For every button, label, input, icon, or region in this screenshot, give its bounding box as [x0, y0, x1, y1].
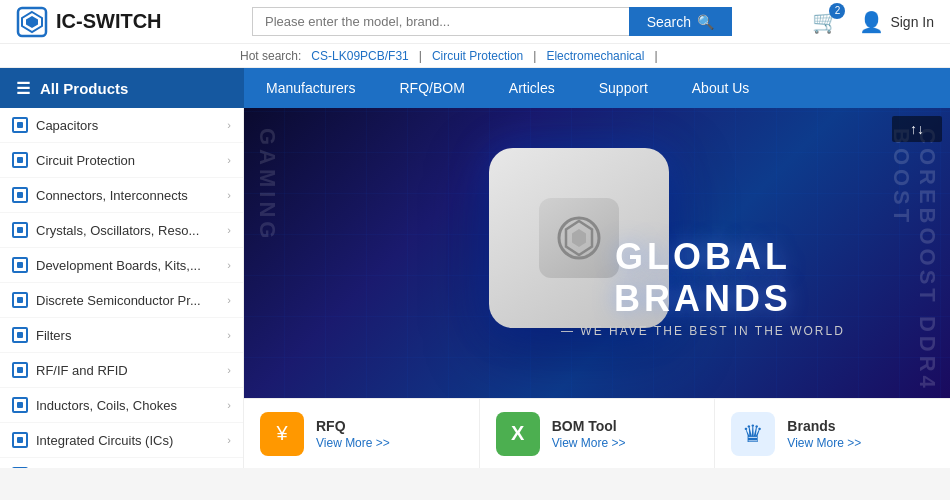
- hero-right-text: COREBOOST DDR4 BOOST: [888, 128, 940, 398]
- hamburger-icon: ☰: [16, 79, 30, 98]
- bom-info: BOM Tool View More >>: [552, 418, 626, 450]
- sidebar-item-rf-rfid[interactable]: RF/IF and RFID ›: [0, 353, 243, 388]
- yen-icon: ¥: [276, 422, 287, 445]
- hero-left-text: GAMING: [254, 128, 280, 242]
- nav-articles[interactable]: Articles: [487, 68, 577, 108]
- nav-arrow[interactable]: ↑↓: [892, 116, 942, 142]
- rfq-icon: ¥: [260, 412, 304, 456]
- hero-banner: GAMING COREBOOST DDR4 BOOST: [244, 108, 950, 398]
- sidebar-item-discrete-semi[interactable]: Discrete Semiconductor Pr... ›: [0, 283, 243, 318]
- hot-search-item-1[interactable]: CS-LK09PCB/F31: [311, 49, 408, 63]
- search-area: Search 🔍: [252, 7, 732, 36]
- svg-marker-2: [26, 16, 38, 28]
- hero-subtitle: — WE HAVE THE BEST IN THE WORLD: [526, 324, 879, 338]
- hero-title: GLOBAL BRANDS: [526, 236, 879, 320]
- main-content: Capacitors › Circuit Protection › Connec…: [0, 108, 950, 468]
- user-icon: 👤: [859, 10, 884, 34]
- sidebar-item-label: Connectors, Interconnects: [36, 188, 219, 203]
- brands-card[interactable]: ♛ Brands View More >>: [715, 399, 950, 468]
- sidebar-item-inductors[interactable]: Inductors, Coils, Chokes ›: [0, 388, 243, 423]
- chevron-right-icon: ›: [227, 294, 231, 306]
- sidebar-item-label: Filters: [36, 328, 219, 343]
- chevron-right-icon: ›: [227, 224, 231, 236]
- sidebar-item-icon: [12, 397, 28, 413]
- hero-text: GLOBAL BRANDS — WE HAVE THE BEST IN THE …: [526, 236, 879, 338]
- sign-in-label: Sign In: [890, 14, 934, 30]
- nav-manufacturers[interactable]: Manufacturers: [244, 68, 377, 108]
- search-input[interactable]: [252, 7, 629, 36]
- sidebar-item-label: Circuit Protection: [36, 153, 219, 168]
- all-products-label: All Products: [40, 80, 128, 97]
- sidebar-item-icon: [12, 257, 28, 273]
- sidebar-item-icon: [12, 152, 28, 168]
- chevron-right-icon: ›: [227, 119, 231, 131]
- content-area: GAMING COREBOOST DDR4 BOOST: [244, 108, 950, 468]
- brands-info: Brands View More >>: [787, 418, 861, 450]
- brands-title: Brands: [787, 418, 861, 434]
- sidebar-item-capacitors[interactable]: Capacitors ›: [0, 108, 243, 143]
- sidebar-item-label: Isolators: [36, 468, 219, 469]
- search-button[interactable]: Search 🔍: [629, 7, 732, 36]
- nav-support[interactable]: Support: [577, 68, 670, 108]
- chevron-right-icon: ›: [227, 399, 231, 411]
- hot-search-bar: Hot search: CS-LK09PCB/F31 | Circuit Pro…: [0, 44, 950, 68]
- sidebar-item-label: Inductors, Coils, Chokes: [36, 398, 219, 413]
- search-label: Search: [647, 14, 691, 30]
- sidebar-item-icon: [12, 292, 28, 308]
- sidebar-item-circuit-protection[interactable]: Circuit Protection ›: [0, 143, 243, 178]
- bom-title: BOM Tool: [552, 418, 626, 434]
- nav-rfqbom[interactable]: RFQ/BOM: [377, 68, 486, 108]
- hot-search-label: Hot search:: [240, 49, 301, 63]
- sidebar-item-dev-boards[interactable]: Development Boards, Kits,... ›: [0, 248, 243, 283]
- chevron-right-icon: ›: [227, 154, 231, 166]
- chevron-right-icon: ›: [227, 259, 231, 271]
- sidebar-item-crystals[interactable]: Crystals, Oscillators, Reso... ›: [0, 213, 243, 248]
- sidebar-item-label: Discrete Semiconductor Pr...: [36, 293, 219, 308]
- sidebar-item-icon: [12, 187, 28, 203]
- chevron-right-icon: ›: [227, 329, 231, 341]
- chevron-right-icon: ›: [227, 189, 231, 201]
- rfq-title: RFQ: [316, 418, 390, 434]
- logo-area: IC-SWITCH: [16, 6, 236, 38]
- nav-about-us[interactable]: About Us: [670, 68, 772, 108]
- sidebar-item-filters[interactable]: Filters ›: [0, 318, 243, 353]
- sidebar-item-label: Integrated Circuits (ICs): [36, 433, 219, 448]
- sidebar-item-label: Crystals, Oscillators, Reso...: [36, 223, 219, 238]
- rfq-card[interactable]: ¥ RFQ View More >>: [244, 399, 480, 468]
- sidebar-item-label: Capacitors: [36, 118, 219, 133]
- navbar: ☰ All Products Manufacturers RFQ/BOM Art…: [0, 68, 950, 108]
- all-products-button[interactable]: ☰ All Products: [0, 68, 244, 108]
- sidebar-item-icon: [12, 117, 28, 133]
- sidebar-item-icon: [12, 432, 28, 448]
- search-icon: 🔍: [697, 14, 714, 30]
- chevron-right-icon: ›: [227, 434, 231, 446]
- bom-link: View More >>: [552, 436, 626, 450]
- brands-icon: ♛: [731, 412, 775, 456]
- sidebar: Capacitors › Circuit Protection › Connec…: [0, 108, 244, 468]
- sidebar-item-integrated-circuits[interactable]: Integrated Circuits (ICs) ›: [0, 423, 243, 458]
- hero-area: GAMING COREBOOST DDR4 BOOST: [244, 108, 950, 398]
- hot-search-item-3[interactable]: Electromechanical: [546, 49, 644, 63]
- sidebar-item-label: Development Boards, Kits,...: [36, 258, 219, 273]
- sidebar-item-label: RF/IF and RFID: [36, 363, 219, 378]
- sidebar-item-icon: [12, 362, 28, 378]
- logo-text: IC-SWITCH: [56, 10, 162, 33]
- sign-in-area[interactable]: 👤 Sign In: [859, 10, 934, 34]
- chevron-right-icon: ›: [227, 364, 231, 376]
- bottom-cards: ¥ RFQ View More >> X BOM Tool View More …: [244, 398, 950, 468]
- bom-icon: X: [496, 412, 540, 456]
- brands-link: View More >>: [787, 436, 861, 450]
- header: IC-SWITCH Search 🔍 🛒 2 👤 Sign In: [0, 0, 950, 44]
- hot-search-item-2[interactable]: Circuit Protection: [432, 49, 523, 63]
- sidebar-item-connectors[interactable]: Connectors, Interconnects ›: [0, 178, 243, 213]
- sidebar-item-icon: [12, 327, 28, 343]
- sidebar-item-icon: [12, 222, 28, 238]
- header-actions: 🛒 2 👤 Sign In: [812, 9, 934, 35]
- bom-card[interactable]: X BOM Tool View More >>: [480, 399, 716, 468]
- rfq-link: View More >>: [316, 436, 390, 450]
- cart-area[interactable]: 🛒 2: [812, 9, 839, 35]
- sidebar-item-icon: [12, 467, 28, 468]
- sidebar-item-isolators[interactable]: Isolators ›: [0, 458, 243, 468]
- nav-links: Manufacturers RFQ/BOM Articles Support A…: [244, 68, 771, 108]
- rfq-info: RFQ View More >>: [316, 418, 390, 450]
